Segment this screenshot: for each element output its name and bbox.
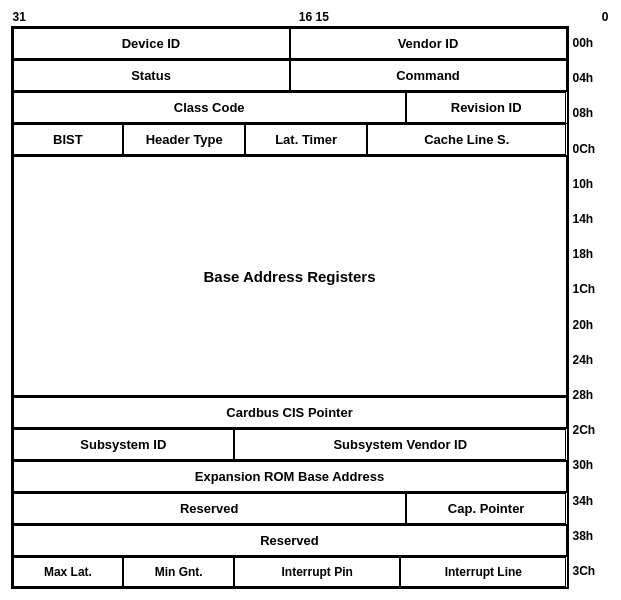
addr-08h: 08h — [569, 96, 611, 131]
addr-00h: 00h — [569, 26, 611, 61]
cardbus-cis-cell: Cardbus CIS Pointer — [13, 397, 567, 428]
min-gnt-cell: Min Gnt. — [123, 557, 234, 587]
row-2ch: Subsystem ID Subsystem Vendor ID — [13, 429, 567, 461]
addr-0ch: 0Ch — [569, 132, 611, 167]
expansion-rom-cell: Expansion ROM Base Address — [13, 461, 567, 492]
addr-30h: 30h — [569, 448, 611, 483]
row-04h: Status Command — [13, 60, 567, 92]
interrupt-line-cell: Interrupt Line — [400, 557, 566, 587]
status-cell: Status — [13, 60, 290, 91]
addr-20h: 20h — [569, 308, 611, 343]
addr-2ch: 2Ch — [569, 413, 611, 448]
interrupt-pin-cell: Interrupt Pin — [234, 557, 400, 587]
addr-1ch: 1Ch — [569, 272, 611, 307]
bist-cell: BIST — [13, 124, 124, 155]
header-type-cell: Header Type — [123, 124, 245, 155]
lat-timer-cell: Lat. Timer — [245, 124, 367, 155]
addr-18h: 18h — [569, 237, 611, 272]
class-code-cell: Class Code — [13, 92, 406, 123]
row-28h: Cardbus CIS Pointer — [13, 397, 567, 429]
row-34h: Reserved Cap. Pointer — [13, 493, 567, 525]
cap-pointer-cell: Cap. Pointer — [406, 493, 567, 524]
addr-04h: 04h — [569, 61, 611, 96]
vendor-id-cell: Vendor ID — [290, 28, 567, 59]
addr-10h: 10h — [569, 167, 611, 202]
addr-38h: 38h — [569, 519, 611, 554]
addr-34h: 34h — [569, 483, 611, 518]
reserved-38-cell: Reserved — [13, 525, 567, 556]
subsystem-id-cell: Subsystem ID — [13, 429, 235, 460]
row-00h: Device ID Vendor ID — [13, 28, 567, 60]
row-30h: Expansion ROM Base Address — [13, 461, 567, 493]
addr-3ch: 3Ch — [569, 554, 611, 589]
addr-28h: 28h — [569, 378, 611, 413]
revision-id-cell: Revision ID — [406, 92, 567, 123]
row-08h: Class Code Revision ID — [13, 92, 567, 124]
max-lat-cell: Max Lat. — [13, 557, 124, 587]
reserved-34-cell: Reserved — [13, 493, 406, 524]
row-0ch: BIST Header Type Lat. Timer Cache Line S… — [13, 124, 567, 156]
base-address-registers-section: Base Address Registers — [13, 156, 567, 397]
device-id-cell: Device ID — [13, 28, 290, 59]
address-column: 00h 04h 08h 0Ch 10h 14h 18h 1Ch 20h 24h … — [569, 26, 611, 589]
cache-line-cell: Cache Line S. — [367, 124, 566, 155]
bit-0: 0 — [602, 10, 609, 24]
row-38h: Reserved — [13, 525, 567, 557]
bit-header: 31 16 15 0 — [11, 10, 611, 26]
base-address-registers-cell: Base Address Registers — [13, 156, 567, 396]
pci-config-space: 31 16 15 0 Device ID Vendor ID Status Co… — [11, 10, 611, 589]
bit-31: 31 — [13, 10, 26, 24]
bit-16-15: 16 15 — [299, 10, 329, 24]
row-3ch: Max Lat. Min Gnt. Interrupt Pin Interrup… — [13, 557, 567, 587]
register-table: Device ID Vendor ID Status Command Class… — [11, 26, 569, 589]
command-cell: Command — [290, 60, 567, 91]
subsystem-vendor-id-cell: Subsystem Vendor ID — [234, 429, 566, 460]
addr-14h: 14h — [569, 202, 611, 237]
addr-24h: 24h — [569, 343, 611, 378]
